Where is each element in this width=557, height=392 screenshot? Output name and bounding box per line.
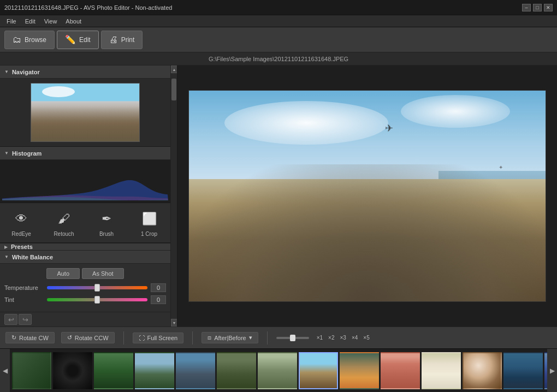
crop-tool[interactable]: ⬜ 1 Crop xyxy=(128,206,170,239)
menu-edit[interactable]: Edit xyxy=(21,17,40,26)
film-item-2[interactable] xyxy=(94,352,133,389)
film-item-8[interactable] xyxy=(340,352,379,389)
zoom-thumb[interactable] xyxy=(290,335,295,341)
film-item-7[interactable] xyxy=(299,352,338,389)
temperature-thumb[interactable] xyxy=(94,284,100,292)
histogram-content xyxy=(0,160,170,203)
nav-clouds xyxy=(42,86,75,97)
white-balance-label: White Balance xyxy=(12,254,53,260)
white-balance-section: ▼ White Balance Auto As Shot Temperature xyxy=(0,251,170,312)
full-screen-label: Full Screen xyxy=(147,335,178,341)
after-before-button[interactable]: ⧈ After|Before ▾ xyxy=(202,332,258,343)
film-item-12[interactable] xyxy=(503,352,543,389)
maximize-button[interactable]: □ xyxy=(533,4,542,11)
film-item-4[interactable] xyxy=(176,352,215,389)
main-area: ▼ Navigator ▼ Histogram xyxy=(0,66,557,326)
film-item-3[interactable] xyxy=(135,352,174,389)
film-thumb-10 xyxy=(423,353,460,388)
rotate-cw-button[interactable]: ↻ Rotate CW xyxy=(5,332,55,343)
zoom-x5[interactable]: ×5 xyxy=(362,334,370,341)
zoom-x3[interactable]: ×3 xyxy=(339,334,347,341)
print-icon: 🖨 xyxy=(109,35,118,45)
close-button[interactable]: ✕ xyxy=(544,4,553,11)
scroll-down-arrow[interactable]: ▼ xyxy=(171,319,177,326)
scroll-thumb[interactable] xyxy=(171,79,176,100)
crop-label: 1 Crop xyxy=(141,231,157,237)
temperature-value: 0 xyxy=(151,283,166,292)
film-thumb-3 xyxy=(136,353,173,388)
film-item-0[interactable] xyxy=(12,352,51,389)
scroll-up-arrow[interactable]: ▲ xyxy=(171,66,177,73)
left-panel-inner: ▼ Navigator ▼ Histogram xyxy=(0,66,177,326)
rotate-ccw-icon: ↺ xyxy=(67,334,72,341)
film-item-5[interactable] xyxy=(217,352,256,389)
edit-icon: ✏️ xyxy=(65,34,76,45)
left-panel: ▼ Navigator ▼ Histogram xyxy=(0,66,177,326)
redo-button[interactable]: ↪ xyxy=(19,314,32,325)
film-thumb-11 xyxy=(464,353,501,388)
film-item-9[interactable] xyxy=(381,352,420,389)
canvas-area: ✈ ✦ xyxy=(177,66,557,326)
nav-birds xyxy=(31,106,139,141)
print-label: Print xyxy=(121,36,135,44)
undo-button[interactable]: ↩ xyxy=(4,314,17,325)
browse-label: Browse xyxy=(25,36,46,44)
tint-slider[interactable] xyxy=(47,298,147,301)
window-title: 20121101211631648.JPEG - AVS Photo Edito… xyxy=(4,4,172,11)
temperature-slider[interactable] xyxy=(47,286,147,289)
scroll-track[interactable] xyxy=(171,73,177,319)
left-panel-scrollbar[interactable]: ▲ ▼ xyxy=(170,66,177,326)
brush-tool[interactable]: ✒ Brush xyxy=(85,206,128,239)
redeye-tool[interactable]: 👁 RedEye xyxy=(0,206,43,239)
rotate-ccw-button[interactable]: ↺ Rotate CCW xyxy=(61,332,115,343)
zoom-x4[interactable]: ×4 xyxy=(351,334,359,341)
image-bird-main: ✈ xyxy=(385,122,393,134)
presets-header[interactable]: ▶ Presets xyxy=(0,243,170,251)
filmstrip-prev-button[interactable]: ◀ xyxy=(0,349,10,393)
film-thumb-12 xyxy=(505,353,542,388)
full-screen-button[interactable]: ⛶ Full Screen xyxy=(133,332,184,343)
brush-label: Brush xyxy=(99,231,114,237)
film-thumb-2 xyxy=(95,353,132,388)
temperature-row: Temperature 0 xyxy=(4,283,166,292)
image-clouds-right xyxy=(401,95,510,128)
filmstrip: ◀ ▶ xyxy=(0,348,557,392)
menu-file[interactable]: File xyxy=(2,17,21,26)
film-thumb-0 xyxy=(13,353,50,388)
edit-button[interactable]: ✏️ Edit xyxy=(57,31,99,49)
tint-thumb[interactable] xyxy=(94,296,100,304)
full-screen-icon: ⛶ xyxy=(139,335,145,341)
separator-1 xyxy=(123,331,124,345)
retouch-tool[interactable]: 🖌 Retouch xyxy=(43,206,85,239)
print-button[interactable]: 🖨 Print xyxy=(101,31,143,49)
menu-about[interactable]: About xyxy=(61,17,86,26)
film-item-1[interactable] xyxy=(53,352,92,389)
navigator-section: ▼ Navigator xyxy=(0,66,170,147)
film-item-10[interactable] xyxy=(422,352,461,389)
histogram-canvas xyxy=(2,162,168,200)
retouch-icon: 🖌 xyxy=(53,209,75,229)
brush-icon: ✒ xyxy=(96,209,117,229)
film-item-6[interactable] xyxy=(258,352,297,389)
menu-view[interactable]: View xyxy=(40,17,62,26)
navigator-header[interactable]: ▼ Navigator xyxy=(0,66,170,79)
minimize-button[interactable]: – xyxy=(522,4,531,11)
filepath-text: G:\Files\Sample Images\20121101211631648… xyxy=(209,56,348,62)
white-balance-header[interactable]: ▼ White Balance xyxy=(0,251,170,264)
zoom-x2[interactable]: ×2 xyxy=(327,334,335,341)
film-thumb-4 xyxy=(177,353,214,388)
tint-label: Tint xyxy=(4,296,44,303)
wb-auto-button[interactable]: Auto xyxy=(46,268,80,279)
film-thumb-5 xyxy=(218,353,255,388)
bottom-toolbar: ↻ Rotate CW ↺ Rotate CCW ⛶ Full Screen ⧈… xyxy=(0,326,557,348)
film-item-11[interactable] xyxy=(463,352,502,389)
main-toolbar: 🗂 Browse ✏️ Edit 🖨 Print xyxy=(0,27,557,52)
histogram-section: ▼ Histogram xyxy=(0,147,170,203)
filmstrip-items xyxy=(10,352,547,389)
wb-as-shot-button[interactable]: As Shot xyxy=(82,268,124,279)
zoom-x1[interactable]: ×1 xyxy=(316,334,324,341)
zoom-track[interactable] xyxy=(276,337,309,339)
histogram-header[interactable]: ▼ Histogram xyxy=(0,147,170,160)
browse-button[interactable]: 🗂 Browse xyxy=(4,31,55,49)
filmstrip-next-button[interactable]: ▶ xyxy=(547,349,557,393)
